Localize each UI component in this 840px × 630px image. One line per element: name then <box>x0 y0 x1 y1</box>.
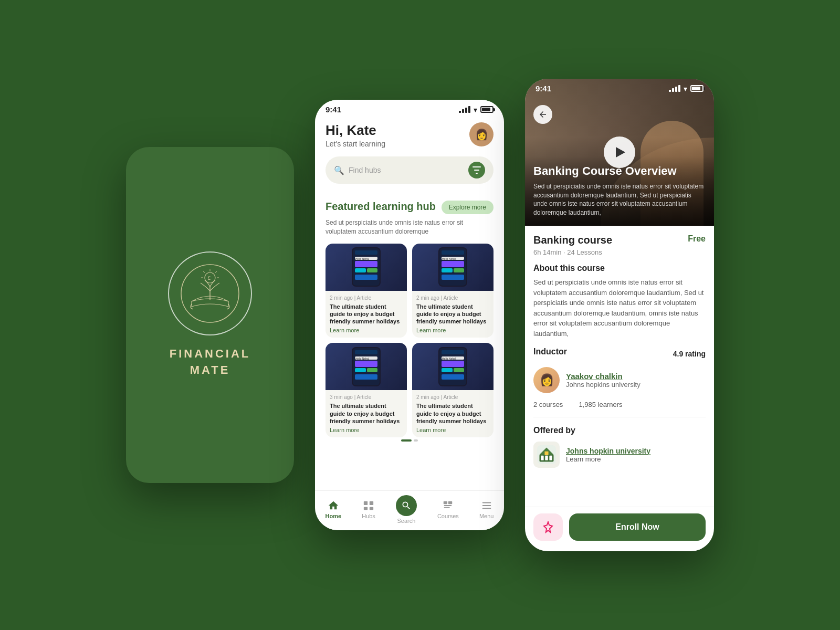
card-title: The ultimate student guide to enjoy a bu… <box>330 303 403 326</box>
mock-phone: Hello Nehal <box>352 247 381 287</box>
card-learn-link[interactable]: Learn more <box>330 327 403 333</box>
nav-search[interactable]: Search <box>396 495 417 524</box>
card-item[interactable]: Hello Nehal 2 min ago | Article The ulti… <box>412 343 494 437</box>
instructor-profile: 👩 Yaakov chalkin Johns hopkins universit… <box>533 367 706 393</box>
bookmark-star-icon <box>542 521 554 533</box>
back-button[interactable] <box>533 105 552 124</box>
svg-rect-15 <box>370 507 373 510</box>
card-title: The ultimate student guide to enjoy a bu… <box>416 303 489 326</box>
search-circle <box>396 495 417 516</box>
nav-hubs-label: Hubs <box>362 513 375 519</box>
offered-university-name[interactable]: Johns hopkin university <box>566 447 650 455</box>
home-header: Hi, Kate Let's start learning 👩 <box>315 116 504 156</box>
mock-phone: Hello Nehal <box>438 247 467 287</box>
featured-header: Featured learning hub Explore more <box>326 201 494 214</box>
offered-learn-link[interactable]: Learn more <box>566 455 650 463</box>
instructor-avatar: 👩 <box>533 367 560 393</box>
instructor-stats: 2 courses 1,985 learners <box>533 401 706 417</box>
card-meta: 2 min ago | Article <box>416 394 489 400</box>
instructor-university: Johns hopkins university <box>566 381 640 388</box>
card-learn-link[interactable]: Learn more <box>416 427 489 433</box>
nav-menu-label: Menu <box>479 513 494 519</box>
course-status-bar: 9:41 ▾ <box>525 79 714 95</box>
card-image: Hello Nehal <box>326 343 407 390</box>
nav-hubs[interactable]: Hubs <box>362 500 375 519</box>
card-title: The ultimate student guide to enjoy a bu… <box>330 402 403 425</box>
course-title-row: Banking course Free <box>533 234 706 246</box>
course-status-time: 9:41 <box>536 84 551 93</box>
enroll-now-button[interactable]: Enroll Now <box>569 513 706 541</box>
svg-rect-23 <box>541 456 543 460</box>
mock-phone: Hello Nehal <box>352 347 381 386</box>
status-time: 9:41 <box>326 105 341 114</box>
splash-phone: £ FINANCIAL MATE <box>126 147 294 483</box>
svg-line-4 <box>215 271 217 273</box>
nav-home-label: Home <box>326 513 342 519</box>
search-icon: 🔍 <box>334 165 344 175</box>
inductor-label: Inductor <box>533 347 567 356</box>
play-triangle-icon <box>616 147 625 158</box>
back-arrow-icon <box>538 110 548 119</box>
logo-circle: £ <box>168 251 252 335</box>
course-hero: 9:41 ▾ <box>525 79 714 226</box>
instructor-info: Yaakov chalkin Johns hopkins university <box>566 372 640 388</box>
card-item[interactable]: Hello Nehal 2 min ago | Article The ulti… <box>412 244 494 338</box>
svg-rect-20 <box>482 508 491 509</box>
search-input-row[interactable]: 🔍 Find hubs <box>326 156 494 184</box>
greeting-subtitle: Let's start learning <box>326 140 385 148</box>
status-bar: 9:41 ▾ <box>315 100 504 116</box>
nav-home[interactable]: Home <box>326 500 342 519</box>
course-detail-body: Banking course Free 6h 14min · 24 Lesson… <box>525 226 714 507</box>
card-learn-link[interactable]: Learn more <box>330 427 403 433</box>
brand-name: FINANCIAL MATE <box>170 346 251 379</box>
course-footer: Enroll Now <box>525 507 714 551</box>
signal-icon <box>459 106 470 113</box>
play-button[interactable] <box>604 136 635 168</box>
status-icons: ▾ <box>459 106 494 114</box>
about-text: Sed ut perspiciatis unde omnis iste natu… <box>533 277 706 339</box>
nav-courses[interactable]: Courses <box>437 500 459 519</box>
cards-grid: Hello Nehal 2 min ago | Article The ulti… <box>326 244 494 438</box>
scroll-content: Featured learning hub Explore more Sed u… <box>315 192 504 490</box>
svg-rect-12 <box>364 501 368 505</box>
svg-line-6 <box>203 271 205 273</box>
card-learn-link[interactable]: Learn more <box>416 327 489 333</box>
card-item[interactable]: Hello Nehal 2 min ago | Article The ulti… <box>326 244 407 338</box>
instructor-name[interactable]: Yaakov chalkin <box>566 372 640 381</box>
svg-rect-27 <box>544 452 548 455</box>
offered-logo <box>533 442 560 468</box>
bookmark-button[interactable] <box>533 513 563 541</box>
svg-rect-9 <box>472 166 481 167</box>
course-meta: 6h 14min · 24 Lessons <box>533 248 706 256</box>
nav-menu[interactable]: Menu <box>479 500 494 519</box>
course-main-title: Banking course <box>533 234 612 246</box>
hubs-icon <box>363 500 374 511</box>
menu-icon <box>481 500 492 511</box>
stat-learners: 1,985 learners <box>579 401 622 408</box>
greeting-section: Hi, Kate Let's start learning <box>326 122 385 148</box>
card-image: Hello Nehal <box>412 244 494 291</box>
offered-section: Offered by Johns hopkin university <box>533 426 706 468</box>
course-status-icons: ▾ <box>669 85 704 93</box>
featured-title: Featured learning hub <box>326 201 436 213</box>
bottom-nav: Home Hubs Search C <box>315 490 504 530</box>
svg-text:£: £ <box>208 275 211 281</box>
course-signal-icon <box>669 85 680 92</box>
home-icon <box>328 500 339 511</box>
wifi-icon: ▾ <box>474 106 477 114</box>
course-phone: 9:41 ▾ <box>525 79 714 551</box>
nav-courses-label: Courses <box>437 513 459 519</box>
offered-info: Johns hopkin university Learn more <box>566 447 650 463</box>
svg-rect-17 <box>448 501 452 505</box>
course-price-badge: Free <box>688 234 706 244</box>
explore-more-button[interactable]: Explore more <box>442 201 494 214</box>
card-item[interactable]: Hello Nehal 3 min ago | Article The ulti… <box>326 343 407 437</box>
course-battery-icon <box>690 85 704 92</box>
stat-courses: 2 courses <box>533 401 563 408</box>
offered-row: Johns hopkin university Learn more <box>533 442 706 468</box>
card-meta: 2 min ago | Article <box>416 295 489 301</box>
filter-button[interactable] <box>468 162 485 178</box>
card-image: Hello Nehal <box>412 343 494 390</box>
user-avatar[interactable]: 👩 <box>469 122 494 146</box>
svg-rect-14 <box>364 507 368 510</box>
